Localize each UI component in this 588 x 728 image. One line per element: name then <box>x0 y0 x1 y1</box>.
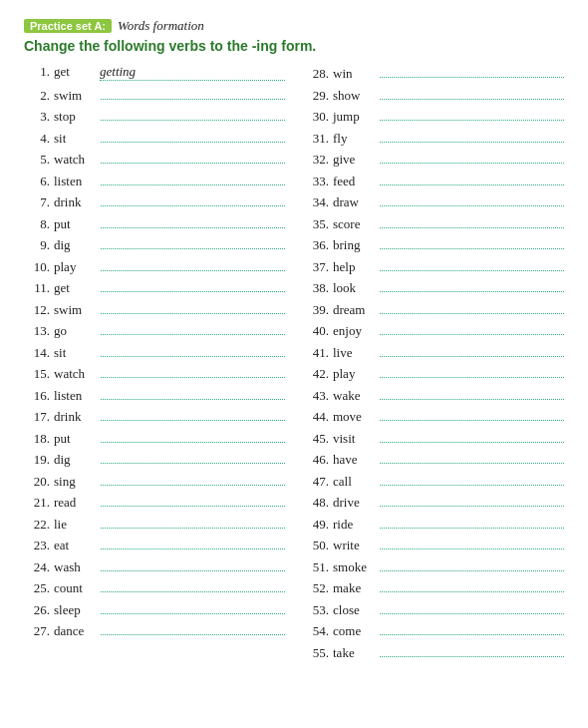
answer-line[interactable] <box>101 172 285 185</box>
answer-line[interactable] <box>101 86 285 100</box>
item-word: get <box>54 280 98 296</box>
answer-text: getting <box>100 64 136 80</box>
answer-line[interactable] <box>101 472 285 486</box>
answer-line[interactable] <box>380 300 564 314</box>
item-number: 31. <box>303 131 329 147</box>
list-item: 17.drink <box>24 407 285 425</box>
answer-line[interactable] <box>380 386 564 400</box>
answer-line[interactable] <box>380 407 564 421</box>
answer-line[interactable] <box>380 278 564 292</box>
item-word: lie <box>54 517 98 533</box>
answer-line[interactable] <box>380 257 564 271</box>
answer-line[interactable] <box>380 493 564 507</box>
answer-line[interactable] <box>101 300 285 314</box>
answer-line[interactable] <box>101 407 285 421</box>
item-word: jump <box>333 109 377 125</box>
answer-line[interactable] <box>380 150 564 164</box>
list-item: 35.score <box>303 214 564 232</box>
answer-line[interactable] <box>101 364 285 378</box>
answer-line[interactable] <box>380 578 564 592</box>
list-item: 21.read <box>24 493 285 511</box>
answer-line[interactable] <box>101 578 285 592</box>
answer-line[interactable] <box>101 536 285 549</box>
answer-line[interactable] <box>380 621 564 635</box>
answer-line[interactable] <box>101 600 285 614</box>
answer-line[interactable] <box>101 515 285 529</box>
answer-line[interactable] <box>101 192 285 206</box>
list-item: 37.help <box>303 257 564 275</box>
answer-line[interactable] <box>101 386 285 400</box>
answer-line[interactable] <box>380 643 564 657</box>
item-number: 42. <box>303 366 329 382</box>
list-item: 25.count <box>24 578 285 596</box>
answer-line[interactable] <box>380 129 564 143</box>
answer-line[interactable] <box>101 450 285 464</box>
subheader: Change the following verbs to the -ing f… <box>24 38 564 54</box>
answer-line[interactable] <box>380 364 564 378</box>
answer-line[interactable] <box>380 214 564 228</box>
answer-line[interactable] <box>101 621 285 635</box>
list-item: 33.feed <box>303 172 564 189</box>
list-item: 15.watch <box>24 364 285 382</box>
item-number: 10. <box>24 259 50 275</box>
item-word: help <box>333 259 377 275</box>
answer-line[interactable] <box>101 107 285 121</box>
item-word: smoke <box>333 559 377 575</box>
item-number: 25. <box>24 580 50 596</box>
answer-line[interactable] <box>101 493 285 507</box>
answer-line[interactable] <box>101 557 285 571</box>
answer-line[interactable] <box>380 515 564 529</box>
answer-line[interactable] <box>380 472 564 486</box>
list-item: 26.sleep <box>24 600 285 618</box>
answer-wrapper: getting <box>100 67 285 81</box>
list-item: 44.move <box>303 407 564 425</box>
answer-line[interactable] <box>101 150 285 164</box>
answer-line[interactable] <box>101 343 285 357</box>
left-column: 1.getgetting2.swim3.stop4.sit5.watch6.li… <box>24 64 285 664</box>
list-item: 42.play <box>303 364 564 382</box>
item-number: 45. <box>303 431 329 447</box>
item-number: 49. <box>303 517 329 533</box>
answer-line[interactable] <box>380 450 564 464</box>
answer-line[interactable] <box>380 107 564 121</box>
answer-line[interactable] <box>380 343 564 357</box>
item-number: 15. <box>24 366 50 382</box>
item-word: give <box>333 152 377 168</box>
answer-line[interactable] <box>101 214 285 228</box>
answer-line[interactable] <box>380 557 564 571</box>
item-word: wake <box>333 388 377 404</box>
answer-line[interactable] <box>380 235 564 249</box>
answer-line[interactable] <box>380 600 564 614</box>
list-item: 39.dream <box>303 300 564 318</box>
list-item: 55.take <box>303 643 564 661</box>
list-item: 49.ride <box>303 515 564 533</box>
list-item: 53.close <box>303 600 564 618</box>
answer-line[interactable] <box>380 64 564 78</box>
item-number: 35. <box>303 216 329 232</box>
list-item: 4.sit <box>24 129 285 147</box>
answer-line[interactable] <box>380 429 564 443</box>
answer-line[interactable] <box>101 321 285 335</box>
list-item: 24.wash <box>24 557 285 575</box>
answer-line[interactable] <box>101 278 285 292</box>
list-item: 2.swim <box>24 86 285 104</box>
item-word: dance <box>54 623 98 639</box>
list-item: 38.look <box>303 278 564 296</box>
answer-line[interactable] <box>380 192 564 206</box>
answer-line[interactable] <box>101 129 285 143</box>
answer-line[interactable] <box>101 257 285 271</box>
answer-line[interactable] <box>101 429 285 443</box>
answer-line[interactable] <box>380 86 564 100</box>
answer-line[interactable] <box>101 235 285 249</box>
list-item: 43.wake <box>303 386 564 404</box>
answer-line[interactable] <box>380 536 564 549</box>
list-item: 22.lie <box>24 515 285 533</box>
item-word: close <box>333 602 377 618</box>
item-number: 13. <box>24 323 50 339</box>
answer-line[interactable] <box>380 321 564 335</box>
item-word: swim <box>54 88 98 104</box>
item-number: 6. <box>24 174 50 189</box>
item-number: 27. <box>24 623 50 639</box>
item-number: 16. <box>24 388 50 404</box>
answer-line[interactable] <box>380 172 564 185</box>
